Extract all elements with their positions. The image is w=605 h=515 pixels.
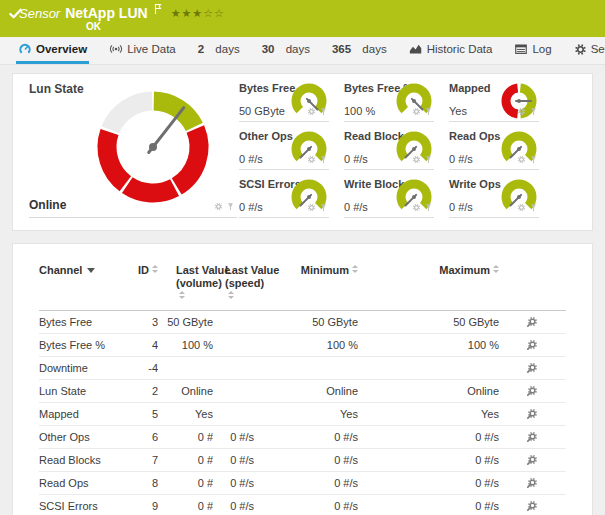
column-header-max[interactable]: Maximum	[358, 252, 499, 311]
cell-channel[interactable]: Bytes Free	[39, 311, 124, 334]
channel-settings-gear-icon[interactable]	[527, 385, 538, 396]
divider	[344, 169, 434, 170]
column-header-channel[interactable]: Channel	[39, 252, 124, 311]
tab-365-days[interactable]: 365 days	[330, 37, 389, 64]
gear-icon[interactable]	[412, 150, 421, 168]
tab-overview[interactable]: Overview	[16, 37, 89, 64]
sort-icon	[228, 291, 234, 299]
cell-volume: 0 #	[158, 426, 213, 449]
live-icon	[109, 42, 123, 56]
channel-gauge-read-blocks: Read Blocks0 #/s	[344, 128, 434, 176]
tab-30-days[interactable]: 30 days	[260, 37, 312, 64]
gear-icon[interactable]	[214, 200, 223, 214]
channel-settings-gear-icon[interactable]	[527, 316, 538, 327]
cell-volume: Online	[158, 380, 213, 403]
channel-gauge-other-ops: Other Ops0 #/s	[239, 128, 329, 176]
tab-label: Overview	[36, 43, 87, 55]
sensor-header: Sensor NetApp LUN ★★★☆☆ OK	[0, 0, 605, 37]
channel-row-bytes-free: Bytes Free350 GByte50 GByte50 GByte	[39, 311, 566, 334]
channel-row-read-ops: Read Ops80 #0 #/s0 #/s0 #/s	[39, 472, 566, 495]
gear-icon[interactable]	[412, 198, 421, 216]
tab-historic-data[interactable]: Historic Data	[407, 37, 495, 64]
primary-channel-label: Lun State	[29, 82, 84, 96]
cell-channel[interactable]: Downtime	[39, 357, 124, 380]
cell-max: Yes	[358, 403, 499, 426]
cell-max: 50 GByte	[358, 311, 499, 334]
gear-icon[interactable]	[517, 102, 526, 120]
gear-icon[interactable]	[517, 198, 526, 216]
channel-row-bytes-free: Bytes Free %4100 %100 %100 %	[39, 334, 566, 357]
cell-max: Online	[358, 380, 499, 403]
pin-icon[interactable]	[319, 102, 328, 120]
channel-settings-gear-icon[interactable]	[527, 339, 538, 350]
cell-settings	[499, 472, 566, 495]
cell-settings	[499, 449, 566, 472]
cell-channel[interactable]: Lun State	[39, 380, 124, 403]
pin-icon[interactable]	[319, 150, 328, 168]
tab-label: days	[362, 43, 386, 55]
cell-channel[interactable]: Read Ops	[39, 472, 124, 495]
cell-settings	[499, 403, 566, 426]
pin-icon[interactable]	[226, 200, 235, 214]
cell-id: 3	[124, 311, 158, 334]
channel-gauge-value: 100 %	[344, 105, 375, 117]
pin-icon[interactable]	[529, 198, 538, 216]
sort-icon	[179, 291, 185, 299]
channel-settings-gear-icon[interactable]	[527, 408, 538, 419]
divider	[239, 121, 329, 122]
column-header-id[interactable]: ID	[124, 252, 158, 311]
divider	[449, 121, 539, 122]
channel-settings-gear-icon[interactable]	[527, 500, 538, 511]
tab-label: Historic Data	[427, 43, 493, 55]
column-header-volume[interactable]: Last Value(volume)	[158, 252, 213, 311]
gear-icon[interactable]	[307, 150, 316, 168]
cell-settings	[499, 380, 566, 403]
gear-icon[interactable]	[412, 102, 421, 120]
divider	[344, 121, 434, 122]
tab-settings[interactable]: Settings	[572, 37, 605, 64]
primary-channel-value: Online	[29, 198, 66, 212]
channel-gauge-value: 0 #/s	[239, 201, 263, 213]
sort-icon	[152, 265, 158, 273]
flag-icon[interactable]	[153, 3, 163, 18]
cell-channel[interactable]: Bytes Free %	[39, 334, 124, 357]
tab-2-days[interactable]: 2 days	[196, 37, 242, 64]
channel-settings-gear-icon[interactable]	[527, 454, 538, 465]
pin-icon[interactable]	[424, 150, 433, 168]
channel-settings-gear-icon[interactable]	[527, 362, 538, 373]
cell-channel[interactable]: Mapped	[39, 403, 124, 426]
column-header-min[interactable]: Minimum	[254, 252, 358, 311]
pin-icon[interactable]	[529, 150, 538, 168]
cell-id: -4	[124, 357, 158, 380]
pin-icon[interactable]	[319, 198, 328, 216]
cell-volume: 50 GByte	[158, 311, 213, 334]
cell-id: 9	[124, 495, 158, 515]
pin-icon[interactable]	[529, 102, 538, 120]
cell-channel[interactable]: Other Ops	[39, 426, 124, 449]
cell-speed: 0 #/s	[213, 472, 254, 495]
gear-icon[interactable]	[517, 150, 526, 168]
pin-icon[interactable]	[424, 102, 433, 120]
column-header-settings	[499, 252, 566, 311]
cell-id: 6	[124, 426, 158, 449]
channel-settings-gear-icon[interactable]	[527, 477, 538, 488]
cell-settings	[499, 334, 566, 357]
cell-channel[interactable]: Read Blocks	[39, 449, 124, 472]
tab-log[interactable]: Log	[512, 37, 553, 64]
cell-speed: 0 #/s	[213, 495, 254, 515]
gear-icon[interactable]	[307, 102, 316, 120]
tab-live-data[interactable]: Live Data	[107, 37, 178, 64]
cell-min: 0 #/s	[254, 449, 358, 472]
cell-id: 7	[124, 449, 158, 472]
channel-gauge-bytes-free: Bytes Free50 GByte	[239, 80, 329, 128]
channel-gauge-value: 0 #/s	[449, 201, 473, 213]
cell-id: 5	[124, 403, 158, 426]
pin-icon[interactable]	[424, 198, 433, 216]
cell-channel[interactable]: SCSI Errors	[39, 495, 124, 515]
channel-settings-gear-icon[interactable]	[527, 431, 538, 442]
sort-desc-icon	[87, 268, 95, 273]
priority-stars[interactable]: ★★★☆☆	[171, 7, 225, 20]
tab-label: days	[286, 43, 310, 55]
gear-icon[interactable]	[307, 198, 316, 216]
channel-row-mapped: Mapped5YesYesYes	[39, 403, 566, 426]
